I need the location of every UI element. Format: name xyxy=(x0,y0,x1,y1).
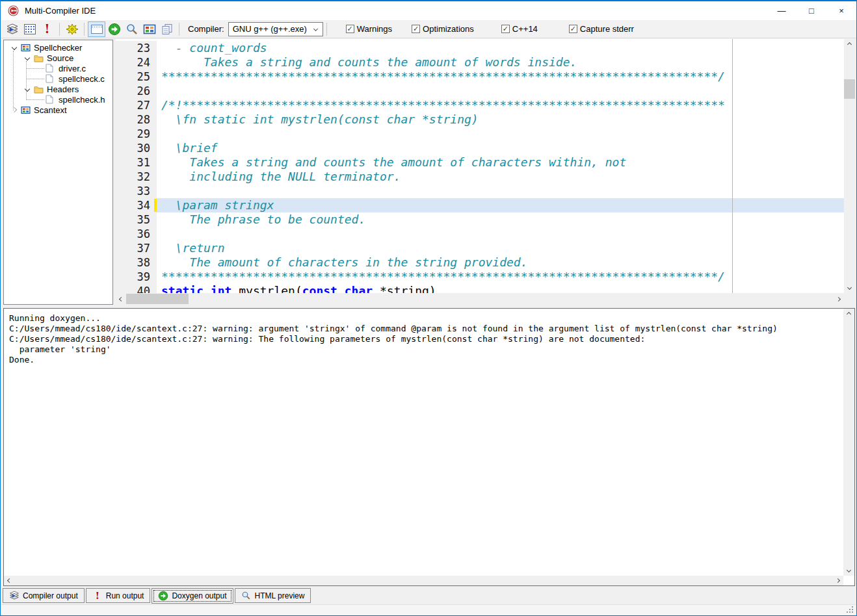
chevron-right-icon[interactable] xyxy=(12,107,17,112)
scroll-down-arrow[interactable] xyxy=(843,565,854,576)
tree-item-source[interactable]: Source xyxy=(4,53,112,63)
build-grid-icon[interactable] xyxy=(21,21,38,37)
scroll-down-arrow[interactable] xyxy=(844,282,855,293)
scroll-left-arrow[interactable] xyxy=(4,576,15,585)
editor-line[interactable]: 36 xyxy=(116,227,844,241)
doxygen-go-icon[interactable] xyxy=(105,21,123,37)
cpp14-checkbox[interactable]: ✓ C++14 xyxy=(501,24,538,34)
scrollbar-thumb[interactable] xyxy=(126,294,189,304)
editor-vertical-scrollbar[interactable] xyxy=(844,39,855,293)
tree-item-driver-c[interactable]: driver.c xyxy=(4,63,112,73)
compiler-dropdown[interactable]: GNU g++ (g++.exe) xyxy=(228,22,323,36)
title-bar[interactable]: Multi-Compiler IDE — □ × xyxy=(1,1,856,20)
scroll-up-arrow[interactable] xyxy=(844,39,855,50)
line-number: 38 xyxy=(116,255,157,270)
scrollbar-thumb[interactable] xyxy=(844,79,855,99)
code-text: including the NULL terminator. xyxy=(157,170,844,184)
tree-item-headers[interactable]: Headers xyxy=(4,84,112,94)
editor-line[interactable]: 29 xyxy=(116,127,844,141)
code-editor[interactable]: 23 - count_words24 Takes a string and co… xyxy=(116,39,844,293)
editor-line[interactable]: 33 xyxy=(116,184,844,198)
scroll-right-arrow[interactable] xyxy=(832,576,843,585)
editor-horizontal-scrollbar[interactable] xyxy=(116,294,844,304)
checkbox-check-icon: ✓ xyxy=(412,25,420,33)
copy-pages-icon[interactable] xyxy=(158,21,176,37)
editor-line[interactable]: 39**************************************… xyxy=(116,270,844,284)
chevron-down-icon[interactable] xyxy=(25,86,30,92)
editor-line[interactable]: 23 - count_words xyxy=(116,41,844,55)
chevron-down-icon[interactable] xyxy=(12,45,17,50)
tree-item-label: Headers xyxy=(46,84,79,94)
compiler-label: Compiler: xyxy=(188,24,224,34)
scroll-left-arrow[interactable] xyxy=(116,294,127,304)
tree-item-label: spellcheck.h xyxy=(57,95,105,105)
editor-line[interactable]: 35 The phrase to be counted. xyxy=(116,212,844,227)
table-grid-icon[interactable] xyxy=(140,21,158,37)
tree-item-spellcheck-c[interactable]: spellcheck.c xyxy=(4,73,112,84)
file-icon xyxy=(46,64,57,73)
status-bar xyxy=(1,604,856,615)
output-tab-bar: Compiler output ! Run output Doxygen out… xyxy=(3,588,312,604)
checkbox-label: Capture stderr xyxy=(580,24,634,34)
chevron-down-icon[interactable] xyxy=(25,55,30,60)
tab-html-preview[interactable]: HTML preview xyxy=(235,588,311,603)
run-exclamation-icon[interactable]: ! xyxy=(38,21,56,37)
editor-line[interactable]: 25**************************************… xyxy=(116,70,844,84)
editor-line[interactable]: 34 \param stringx xyxy=(116,198,844,212)
tree-item-scantext[interactable]: Scantext xyxy=(4,105,112,115)
toolbar-separator xyxy=(84,23,85,36)
file-icon xyxy=(46,74,57,83)
app-icon xyxy=(8,5,19,16)
scroll-up-arrow[interactable] xyxy=(843,309,854,320)
code-text: ****************************************… xyxy=(157,270,844,284)
chevron-down-icon xyxy=(313,27,318,31)
tab-label: HTML preview xyxy=(255,591,305,600)
tree-item-label: Source xyxy=(46,53,73,63)
maximize-button[interactable]: □ xyxy=(797,1,826,20)
resize-grip[interactable] xyxy=(847,606,853,613)
tab-label: Run output xyxy=(106,591,144,600)
editor-line[interactable]: 30 \brief xyxy=(116,141,844,155)
optimizations-checkbox[interactable]: ✓ Optimizations xyxy=(412,24,474,34)
window-toggle-icon[interactable] xyxy=(88,21,105,37)
code-text: \param stringx xyxy=(157,198,844,212)
toolbar-separator xyxy=(179,23,179,36)
scroll-right-arrow[interactable] xyxy=(833,294,844,304)
tab-run-output[interactable]: ! Run output xyxy=(86,588,151,603)
editor-line[interactable]: 26 xyxy=(116,84,844,98)
line-number: 36 xyxy=(116,227,157,241)
preview-magnifier-icon[interactable] xyxy=(123,21,140,37)
tree-item-spellchecker[interactable]: Spellchecker xyxy=(4,42,112,53)
output-panel[interactable]: Running doxygen... C:/Users/mmead/cs180/… xyxy=(3,308,855,586)
output-vertical-scrollbar[interactable] xyxy=(843,309,854,576)
line-number: 35 xyxy=(116,212,157,227)
code-text: \return xyxy=(157,241,844,255)
line-number: 37 xyxy=(116,241,157,255)
editor-line[interactable]: 40static int mystrlen(const char *string… xyxy=(116,284,844,293)
output-horizontal-scrollbar[interactable] xyxy=(4,576,843,585)
tab-doxygen-output[interactable]: Doxygen output xyxy=(152,588,233,604)
tab-label: Compiler output xyxy=(23,591,78,600)
tree-item-spellcheck-h[interactable]: spellcheck.h xyxy=(4,94,112,105)
editor-line[interactable]: 24 Takes a string and counts the amount … xyxy=(116,55,844,70)
editor-line[interactable]: 27/*!***********************************… xyxy=(116,98,844,112)
editor-line[interactable]: 37 \return xyxy=(116,241,844,255)
compile-stack-icon[interactable] xyxy=(3,21,21,37)
tab-compiler-output[interactable]: Compiler output xyxy=(3,588,85,603)
minimize-button[interactable]: — xyxy=(767,1,797,20)
close-button[interactable]: × xyxy=(826,1,856,20)
editor-line[interactable]: 38 The amount of characters in the strin… xyxy=(116,255,844,270)
project-icon xyxy=(21,106,33,114)
editor-line[interactable]: 28 \fn static int mystrlen(const char *s… xyxy=(116,112,844,127)
line-number: 33 xyxy=(116,184,157,198)
warnings-checkbox[interactable]: ✓ Warnings xyxy=(346,24,392,34)
line-number: 26 xyxy=(116,84,157,98)
toolbar-separator xyxy=(59,23,60,36)
toolbar-separator xyxy=(326,23,327,36)
gear-star-icon[interactable] xyxy=(63,21,81,37)
line-number: 30 xyxy=(116,141,157,155)
capture-stderr-checkbox[interactable]: ✓ Capture stderr xyxy=(569,24,634,34)
checkbox-check-icon: ✓ xyxy=(569,25,577,33)
editor-line[interactable]: 32 including the NULL terminator. xyxy=(116,170,844,184)
editor-line[interactable]: 31 Takes a string and counts the amount … xyxy=(116,155,844,170)
